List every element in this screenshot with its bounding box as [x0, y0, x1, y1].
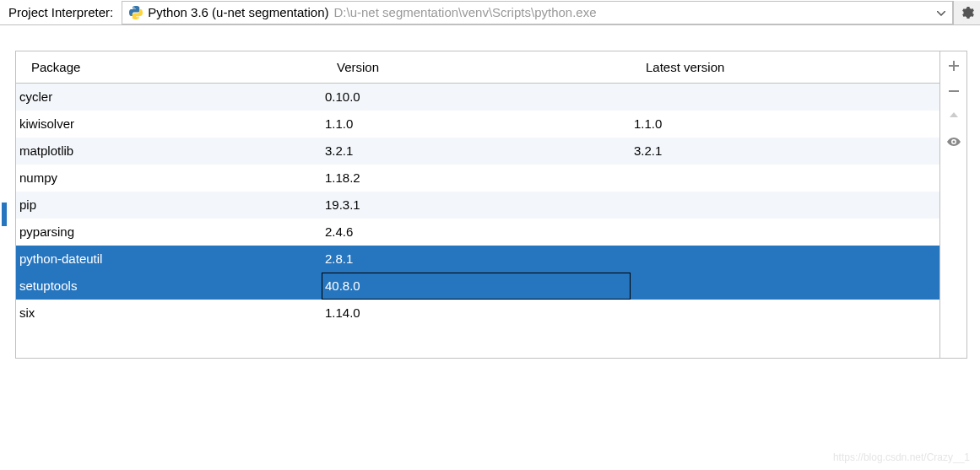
table-row[interactable]: matplotlib 3.2.1 3.2.1 [16, 138, 939, 165]
cell-version: 0.10.0 [322, 84, 631, 111]
cell-package: numpy [16, 165, 322, 192]
table-row-selected[interactable]: setuptools 40.8.0 [16, 273, 939, 300]
table-row[interactable]: cycler 0.10.0 [16, 84, 939, 111]
package-side-toolbar [940, 51, 967, 359]
cell-version: 1.18.2 [322, 165, 631, 192]
install-package-button[interactable] [941, 53, 966, 78]
cell-version: 1.14.0 [322, 300, 631, 327]
cell-version: 2.4.6 [322, 219, 631, 246]
table-row-selected[interactable]: python-dateutil 2.8.1 [16, 246, 939, 273]
header-package[interactable]: Package [16, 51, 322, 84]
watermark: https://blog.csdn.net/Crazy__1 [833, 451, 970, 463]
cell-latest [631, 84, 939, 111]
cell-package: six [16, 300, 322, 327]
cell-package: kiwisolver [16, 111, 322, 138]
table-row[interactable]: kiwisolver 1.1.0 1.1.0 [16, 111, 939, 138]
table-header-row: Package Version Latest version [16, 51, 939, 84]
cell-version: 3.2.1 [322, 138, 631, 165]
cell-latest [631, 192, 939, 219]
header-version[interactable]: Version [322, 51, 631, 84]
cell-package: pip [16, 192, 322, 219]
cell-latest [631, 219, 939, 246]
cell-latest [631, 165, 939, 192]
table-row[interactable]: pyparsing 2.4.6 [16, 219, 939, 246]
show-early-releases-button[interactable] [941, 129, 966, 154]
top-bar: Project Interpreter: Python 3.6 (u-net s… [0, 0, 980, 25]
python-icon [129, 6, 143, 19]
uninstall-package-button[interactable] [941, 78, 966, 104]
settings-gear-button[interactable] [953, 1, 980, 24]
table-row[interactable]: numpy 1.18.2 [16, 165, 939, 192]
cell-package: matplotlib [16, 138, 322, 165]
cell-latest [631, 300, 939, 327]
content-area: Package Version Latest version cycler 0.… [0, 25, 980, 359]
cell-package: pyparsing [16, 219, 322, 246]
cell-latest [631, 273, 939, 300]
cell-version: 1.1.0 [322, 111, 631, 138]
cell-latest [631, 246, 939, 273]
packages-table: Package Version Latest version cycler 0.… [16, 51, 939, 327]
cell-version: 2.8.1 [322, 246, 631, 273]
header-latest[interactable]: Latest version [631, 51, 939, 84]
cell-package: cycler [16, 84, 322, 111]
table-row[interactable]: pip 19.3.1 [16, 192, 939, 219]
cell-latest: 3.2.1 [631, 138, 939, 165]
interpreter-path: D:\u-net segmentation\venv\Scripts\pytho… [334, 5, 932, 19]
packages-table-container: Package Version Latest version cycler 0.… [15, 51, 940, 359]
chevron-down-icon [937, 7, 945, 19]
interpreter-name: Python 3.6 (u-net segmentation) [148, 5, 328, 19]
cell-package: python-dateutil [16, 246, 322, 273]
table-row[interactable]: six 1.14.0 [16, 300, 939, 327]
cell-version-focused: 40.8.0 [322, 273, 631, 300]
upgrade-package-button[interactable] [941, 104, 966, 129]
interpreter-dropdown[interactable]: Python 3.6 (u-net segmentation) D:\u-net… [122, 1, 953, 24]
cell-latest: 1.1.0 [631, 111, 939, 138]
cell-version: 19.3.1 [322, 192, 631, 219]
cell-package: setuptools [16, 273, 322, 300]
scroll-indicator [2, 203, 7, 226]
interpreter-label: Project Interpreter: [8, 5, 113, 19]
